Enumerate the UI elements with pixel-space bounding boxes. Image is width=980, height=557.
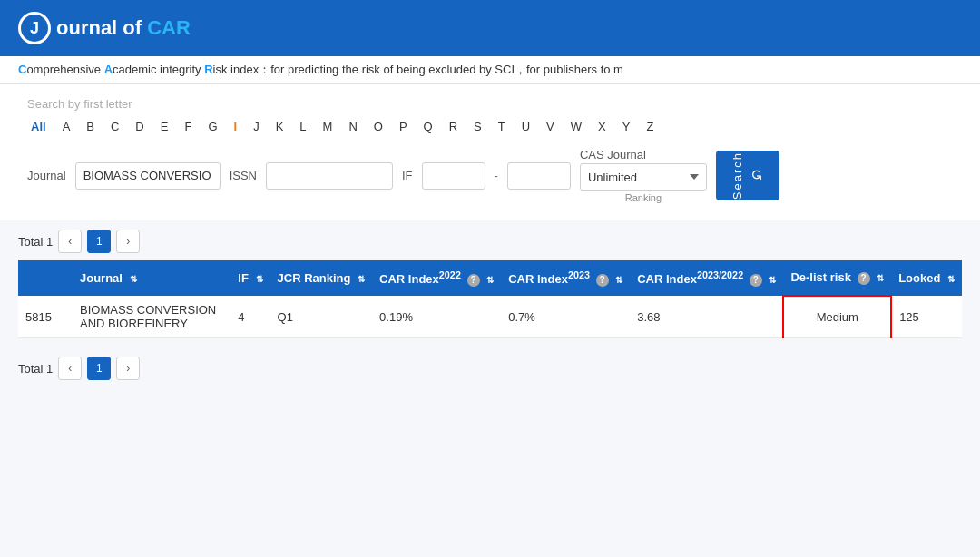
marquee-bar: Comprehensive Academic integrity Risk in… — [0, 56, 980, 84]
col-jcr-label: JCR Ranking — [278, 271, 351, 285]
letter-btn-all[interactable]: All — [27, 118, 50, 135]
letter-btn-l[interactable]: L — [296, 118, 309, 135]
letter-btn-b[interactable]: B — [83, 118, 98, 135]
letter-btn-w[interactable]: W — [567, 118, 585, 135]
search-button[interactable]: ↺ Search — [716, 151, 779, 200]
if-sort-icon: ⇅ — [256, 274, 263, 284]
results-table: Journal ⇅ IF ⇅ JCR Ranking ⇅ CAR Index20… — [18, 260, 962, 338]
cell-if: 4 — [230, 296, 270, 338]
letter-btn-j[interactable]: J — [250, 118, 263, 135]
letter-btn-k[interactable]: K — [272, 118, 288, 135]
filter-row: Journal ISSN IF - CAS Journal Unlimited … — [27, 148, 953, 203]
letter-btn-e[interactable]: E — [157, 118, 172, 135]
cas-select[interactable]: Unlimited Q1 Q2 Q3 Q4 — [580, 163, 707, 191]
if-dash: - — [495, 169, 498, 182]
marquee-c: C — [18, 63, 26, 76]
letter-btn-q[interactable]: Q — [420, 118, 436, 135]
car2023-sort-icon: ⇅ — [615, 275, 622, 285]
letter-btn-u[interactable]: U — [518, 118, 534, 135]
first-letter-label: Search by first letter — [27, 97, 953, 111]
cell-journal: BIOMASS CONVERSION AND BIOREFINERY — [73, 296, 230, 338]
cell-looked: 125 — [891, 296, 962, 338]
letter-btn-r[interactable]: R — [446, 118, 461, 135]
col-car2022[interactable]: CAR Index2022 ? ⇅ — [372, 260, 501, 296]
delist-info-icon[interactable]: ? — [858, 272, 870, 285]
letter-btn-m[interactable]: M — [319, 118, 337, 135]
letter-btn-g[interactable]: G — [204, 118, 220, 135]
prev-page-button[interactable]: ‹ — [58, 230, 82, 253]
logo-j-letter: J — [30, 19, 39, 38]
cas-journal-label: CAS Journal — [580, 148, 707, 161]
col-looked-label: Looked — [898, 271, 940, 285]
col-journal[interactable]: Journal ⇅ — [73, 260, 230, 296]
bottom-total-label: Total 1 — [18, 362, 53, 376]
col-jcr[interactable]: JCR Ranking ⇅ — [270, 260, 373, 296]
logo: J ournal of CAR — [18, 12, 191, 44]
search-icon: ↺ — [748, 169, 765, 182]
journal-sort-icon: ⇅ — [130, 274, 137, 284]
col-delist[interactable]: De-list risk ? ⇅ — [783, 260, 891, 296]
logo-text: ournal of CAR — [56, 16, 191, 40]
marquee-r: R — [204, 63, 212, 76]
bottom-prev-page-button[interactable]: ‹ — [58, 357, 82, 380]
car20232022-info-icon[interactable]: ? — [750, 274, 762, 287]
col-delist-label: De-list risk — [790, 270, 850, 284]
issn-label: ISSN — [230, 169, 257, 182]
col-car2022-label: CAR Index2022 — [379, 272, 461, 286]
letter-btn-v[interactable]: V — [543, 118, 558, 135]
top-total-label: Total 1 — [18, 235, 53, 249]
header: J ournal of CAR — [0, 0, 980, 56]
letter-btn-o[interactable]: O — [370, 118, 387, 135]
col-if[interactable]: IF ⇅ — [230, 260, 270, 296]
col-if-label: IF — [238, 271, 249, 285]
table-header-row: Journal ⇅ IF ⇅ JCR Ranking ⇅ CAR Index20… — [18, 260, 962, 296]
car20232022-sort-icon: ⇅ — [769, 275, 776, 285]
bottom-page-1-button[interactable]: 1 — [87, 357, 111, 380]
col-car2023-label: CAR Index2023 — [508, 272, 590, 286]
letter-row: AllABCDEFGIJKLMNOPQRSTUVWXYZ — [27, 118, 953, 135]
table-area: Total 1 ‹ 1 › Journal ⇅ IF ⇅ JC — [0, 220, 980, 347]
cell-car2022: 0.19% — [372, 296, 501, 338]
letter-btn-d[interactable]: D — [132, 118, 147, 135]
col-car2023[interactable]: CAR Index2023 ? ⇅ — [501, 260, 630, 296]
car2023-info-icon[interactable]: ? — [596, 274, 609, 287]
letter-btn-y[interactable]: Y — [619, 118, 634, 135]
delist-sort-icon: ⇅ — [877, 273, 884, 283]
marquee-text3: isk index：for predicting the risk of bei… — [213, 63, 623, 76]
journal-label: Journal — [27, 169, 66, 182]
bottom-next-page-button[interactable]: › — [116, 357, 140, 380]
col-looked[interactable]: Looked ⇅ — [891, 260, 962, 296]
search-btn-label: Search — [730, 151, 744, 200]
logo-journal-text: ournal of — [56, 16, 147, 39]
car2022-sort-icon: ⇅ — [486, 275, 494, 285]
looked-sort-icon: ⇅ — [947, 274, 955, 284]
top-pagination: Total 1 ‹ 1 › — [18, 230, 962, 253]
letter-btn-c[interactable]: C — [107, 118, 122, 135]
letter-btn-z[interactable]: Z — [642, 118, 657, 135]
col-car20232022-label: CAR Index2023/2022 — [637, 272, 743, 286]
letter-btn-x[interactable]: X — [594, 118, 610, 135]
table-row: 5815BIOMASS CONVERSION AND BIOREFINERY4Q… — [18, 296, 962, 338]
letter-btn-p[interactable]: P — [396, 118, 411, 135]
table-scroll-container[interactable]: Journal ⇅ IF ⇅ JCR Ranking ⇅ CAR Index20… — [18, 260, 962, 338]
if-from-input[interactable] — [422, 162, 485, 190]
journal-input[interactable] — [75, 162, 220, 190]
cell-jcr: Q1 — [270, 296, 373, 338]
letter-btn-t[interactable]: T — [495, 118, 509, 135]
col-car20232022[interactable]: CAR Index2023/2022 ? ⇅ — [630, 260, 783, 296]
car2022-info-icon[interactable]: ? — [467, 274, 480, 287]
col-num — [18, 260, 73, 296]
letter-btn-n[interactable]: N — [345, 118, 360, 135]
cas-sub-label: Ranking — [580, 192, 707, 203]
cell-car2023: 0.7% — [501, 296, 630, 338]
letter-btn-a[interactable]: A — [59, 118, 74, 135]
letter-btn-s[interactable]: S — [470, 118, 485, 135]
if-to-input[interactable] — [507, 162, 571, 190]
issn-input[interactable] — [266, 162, 393, 190]
page-1-button[interactable]: 1 — [87, 230, 111, 253]
col-journal-label: Journal — [80, 271, 122, 285]
bottom-pagination: Total 1 ‹ 1 › — [0, 357, 980, 389]
next-page-button[interactable]: › — [116, 230, 140, 253]
letter-btn-i[interactable]: I — [230, 118, 241, 135]
letter-btn-f[interactable]: F — [181, 118, 195, 135]
